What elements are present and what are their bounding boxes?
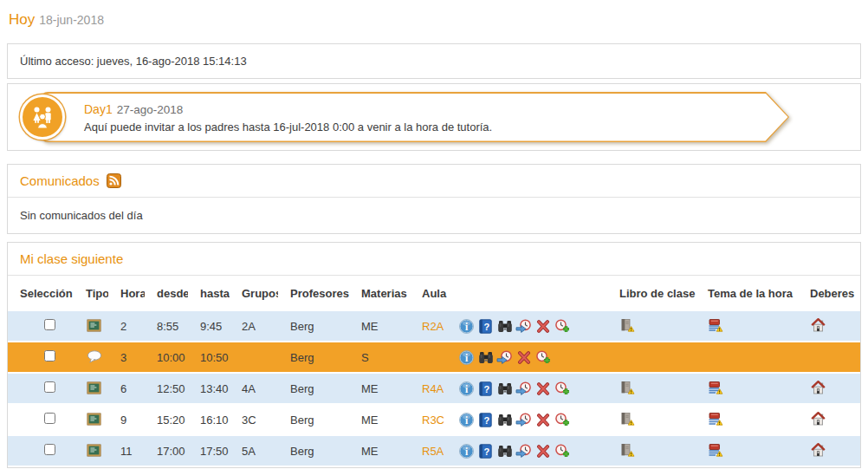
add-hour-icon[interactable] (554, 381, 570, 396)
cell-tema (696, 436, 798, 466)
cell-actions: i? (451, 436, 607, 466)
add-hour-icon[interactable] (554, 444, 570, 459)
topic-warning-icon[interactable] (708, 380, 724, 394)
cell-tema (696, 374, 798, 403)
cell-aula: R3C (410, 405, 451, 434)
cell-aula (410, 342, 451, 372)
table-row[interactable]: 28:559:452ABergMER2Ai? (8, 311, 860, 341)
classbook-warning-icon[interactable] (619, 380, 636, 394)
cell-actions: i? (451, 405, 607, 434)
homework-icon[interactable] (810, 317, 826, 332)
chalkboard-icon (86, 412, 102, 427)
cell-hasta: 16:10 (188, 405, 230, 434)
binoculars-icon[interactable] (496, 413, 513, 427)
cell-hora: 6 (108, 374, 145, 403)
row-select-checkbox[interactable] (44, 319, 55, 330)
cell-desde: 8:55 (145, 311, 188, 341)
cell-tema (696, 342, 798, 372)
classbook-warning-icon[interactable] (619, 317, 636, 332)
homework-icon[interactable] (810, 411, 826, 426)
table-row[interactable]: 1117:0017:505ABergMER5Ai? (8, 436, 860, 466)
notification-title: Day1 (84, 102, 113, 116)
table-row[interactable]: 612:5013:404ABergMER4Ai? (8, 374, 860, 403)
info-icon[interactable]: i (458, 381, 475, 396)
cancel-icon[interactable] (515, 350, 532, 365)
homework-icon[interactable] (810, 380, 826, 394)
reschedule-icon[interactable] (515, 413, 532, 427)
cancel-icon[interactable] (534, 444, 551, 459)
table-row[interactable]: 915:2016:103CBergMER3Ci? (8, 405, 860, 434)
row-select-checkbox[interactable] (44, 381, 55, 393)
cell-grupos: 3C (230, 405, 278, 434)
classbook-warning-icon[interactable] (619, 442, 636, 457)
cell-hasta: 10:50 (188, 342, 230, 372)
aula-link[interactable]: R3C (422, 414, 444, 427)
add-hour-icon[interactable] (554, 319, 570, 334)
cell-desde: 15:20 (145, 405, 188, 434)
help-icon[interactable]: ? (477, 381, 494, 396)
notification-message: Aquí puede invitar a los padres hasta 16… (84, 121, 492, 134)
cell-profesores: Berg (278, 374, 349, 403)
action-icons: i? (458, 413, 607, 427)
aula-link[interactable]: R4A (422, 382, 444, 395)
reschedule-icon[interactable] (496, 350, 513, 365)
column-header-materias: Materias (349, 277, 410, 309)
cell-profesores: Berg (278, 436, 349, 466)
row-select-checkbox[interactable] (44, 350, 55, 362)
chalkboard-icon (86, 318, 102, 333)
topic-warning-icon[interactable] (708, 411, 724, 426)
info-icon[interactable]: i (458, 444, 475, 459)
reschedule-icon[interactable] (515, 444, 532, 459)
cell-deberes (798, 436, 860, 466)
add-hour-icon[interactable] (554, 413, 570, 427)
table-row[interactable]: 310:0010:50BergSi (8, 342, 860, 372)
cell-materias: ME (349, 436, 410, 466)
cancel-icon[interactable] (534, 319, 551, 334)
notification-box: Day127-ago-2018 Aquí puede invitar a los… (7, 83, 861, 151)
cell-deberes (798, 342, 860, 372)
cell-actions: i? (451, 311, 607, 341)
reschedule-icon[interactable] (515, 381, 532, 396)
binoculars-icon[interactable] (477, 350, 494, 365)
next-class-header: Mi clase siguiente (8, 243, 860, 276)
add-hour-icon[interactable] (534, 350, 551, 365)
topic-warning-icon[interactable] (708, 317, 724, 332)
binoculars-icon[interactable] (496, 381, 513, 396)
row-select-checkbox[interactable] (44, 413, 55, 424)
reschedule-icon[interactable] (515, 319, 532, 334)
cell-aula: R2A (410, 311, 451, 341)
classbook-warning-icon[interactable] (619, 411, 636, 426)
column-header-desde: desde (145, 277, 188, 309)
info-icon[interactable]: i (458, 319, 475, 334)
page-header: Hoy18-jun-2018 (7, 0, 861, 43)
help-icon[interactable]: ? (477, 413, 494, 427)
cancel-icon[interactable] (534, 381, 551, 396)
cell-hora: 9 (108, 405, 145, 434)
last-access-box: Último acceso: jueves, 16-ago-2018 15:14… (7, 43, 861, 79)
notification-banner[interactable]: Day127-ago-2018 Aquí puede invitar a los… (20, 92, 791, 142)
binoculars-icon[interactable] (496, 319, 513, 334)
row-select-checkbox[interactable] (44, 444, 55, 455)
cell-profesores: Berg (278, 311, 349, 341)
cell-actions: i (451, 342, 607, 372)
rss-icon[interactable] (107, 173, 121, 188)
help-icon[interactable]: ? (477, 444, 494, 459)
info-icon[interactable]: i (458, 413, 475, 427)
cell-materias: ME (349, 405, 410, 434)
svg-text:?: ? (483, 383, 489, 394)
info-icon[interactable]: i (458, 350, 475, 365)
lessons-table: SelecciónTipoHoradesdehastaGruposProfeso… (8, 276, 860, 467)
cancel-icon[interactable] (534, 413, 551, 427)
aula-link[interactable]: R2A (422, 320, 444, 333)
aula-link[interactable]: R5A (422, 445, 444, 458)
binoculars-icon[interactable] (496, 444, 513, 459)
homework-icon[interactable] (810, 442, 826, 457)
cell-grupos (230, 342, 278, 372)
cell-materias: ME (349, 374, 410, 403)
column-header-hora: Hora (108, 277, 145, 309)
action-icons: i (458, 350, 607, 365)
chalkboard-icon (86, 443, 102, 458)
help-icon[interactable]: ? (477, 319, 494, 334)
column-header-tipo: Tipo (74, 277, 108, 309)
topic-warning-icon[interactable] (708, 442, 724, 457)
